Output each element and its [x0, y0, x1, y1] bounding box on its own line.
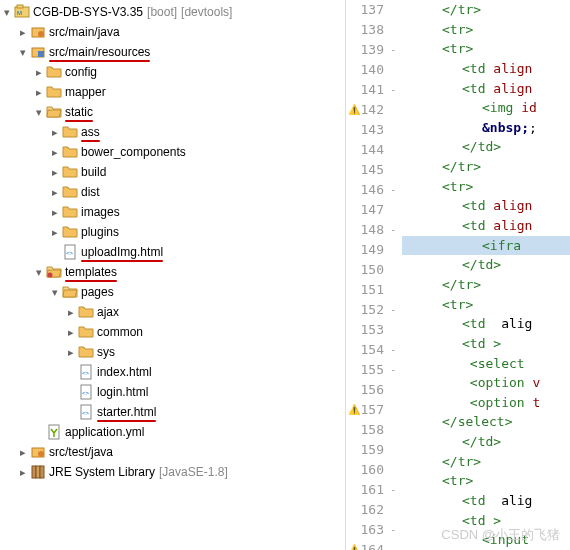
expand-arrow[interactable]: ▸: [16, 25, 30, 39]
code-line[interactable]: <tr>: [402, 295, 570, 315]
expand-arrow[interactable]: ▸: [48, 185, 62, 199]
code-line[interactable]: <option v: [402, 373, 570, 393]
tree-item-common[interactable]: ▸ common: [0, 322, 345, 342]
code-line[interactable]: </tr>: [402, 452, 570, 472]
gutter-line[interactable]: 143: [346, 120, 396, 140]
gutter-line[interactable]: 153: [346, 320, 396, 340]
gutter-line[interactable]: 162: [346, 500, 396, 520]
gutter-line[interactable]: 161-: [346, 480, 396, 500]
code-line[interactable]: <select: [402, 354, 570, 374]
code-area[interactable]: </tr><tr><tr><td align<td align<img id&n…: [402, 0, 570, 550]
gutter-line[interactable]: 158: [346, 420, 396, 440]
expand-arrow[interactable]: ▸: [48, 225, 62, 239]
tree-item-jre[interactable]: ▸ JRE System Library [JavaSE-1.8]: [0, 462, 345, 482]
tree-item-mapper[interactable]: ▸ mapper: [0, 82, 345, 102]
gutter-line[interactable]: ⚠️157: [346, 400, 396, 420]
code-line[interactable]: <img id: [402, 98, 570, 118]
fold-icon[interactable]: -: [387, 360, 396, 380]
project-explorer[interactable]: ▾ M CGB-DB-SYS-V3.35 [boot] [devtools] ▸…: [0, 0, 345, 550]
tree-item-pages[interactable]: ▾ pages: [0, 282, 345, 302]
code-line[interactable]: <td align: [402, 59, 570, 79]
code-editor[interactable]: 137138139-140141-⚠️142143144145146-14714…: [345, 0, 570, 550]
tree-item-src-main-java[interactable]: ▸ src/main/java: [0, 22, 345, 42]
expand-arrow[interactable]: ▸: [48, 125, 62, 139]
expand-arrow[interactable]: ▸: [48, 205, 62, 219]
code-line[interactable]: <tr>: [402, 471, 570, 491]
tree-item-index[interactable]: <> index.html: [0, 362, 345, 382]
expand-arrow[interactable]: ▸: [64, 305, 78, 319]
gutter-line[interactable]: 160: [346, 460, 396, 480]
gutter-line[interactable]: 150: [346, 260, 396, 280]
code-line[interactable]: <tr>: [402, 177, 570, 197]
gutter-line[interactable]: 137: [346, 0, 396, 20]
code-line[interactable]: <ifra: [402, 236, 570, 256]
expand-arrow[interactable]: ▸: [16, 465, 30, 479]
tree-item-static[interactable]: ▾ static: [0, 102, 345, 122]
code-line[interactable]: <tr>: [402, 39, 570, 59]
gutter-line[interactable]: 159: [346, 440, 396, 460]
tree-item-uploadimg[interactable]: <> uploadImg.html: [0, 242, 345, 262]
fold-icon[interactable]: -: [387, 520, 396, 540]
fold-icon[interactable]: -: [387, 480, 396, 500]
code-line[interactable]: </tr>: [402, 157, 570, 177]
gutter-line[interactable]: 146-: [346, 180, 396, 200]
code-line[interactable]: </tr>: [402, 0, 570, 20]
code-line[interactable]: </td>: [402, 255, 570, 275]
tree-item-images[interactable]: ▸ images: [0, 202, 345, 222]
tree-item-sys[interactable]: ▸ sys: [0, 342, 345, 362]
gutter-line[interactable]: 147: [346, 200, 396, 220]
expand-arrow[interactable]: ▸: [16, 445, 30, 459]
code-line[interactable]: <td align: [402, 216, 570, 236]
expand-arrow[interactable]: ▾: [16, 45, 30, 59]
fold-icon[interactable]: -: [387, 340, 396, 360]
code-line[interactable]: <td >: [402, 334, 570, 354]
code-line[interactable]: </td>: [402, 432, 570, 452]
code-line[interactable]: <option t: [402, 393, 570, 413]
tree-item-build[interactable]: ▸ build: [0, 162, 345, 182]
code-line[interactable]: </select>: [402, 412, 570, 432]
tree-item-appyml[interactable]: application.yml: [0, 422, 345, 442]
fold-icon[interactable]: -: [387, 40, 396, 60]
gutter-line[interactable]: ⚠️142: [346, 100, 396, 120]
tree-item-src-test-java[interactable]: ▸ src/test/java: [0, 442, 345, 462]
tree-item-bower[interactable]: ▸ bower_components: [0, 142, 345, 162]
gutter-line[interactable]: 152-: [346, 300, 396, 320]
gutter-line[interactable]: 156: [346, 380, 396, 400]
expand-arrow[interactable]: ▾: [0, 5, 14, 19]
code-line[interactable]: <td align: [402, 196, 570, 216]
tree-item-templates[interactable]: ▾ templates: [0, 262, 345, 282]
gutter-line[interactable]: 141-: [346, 80, 396, 100]
code-line[interactable]: <input: [402, 530, 570, 550]
code-line[interactable]: &nbsp;;: [402, 118, 570, 138]
gutter-line[interactable]: 163-: [346, 520, 396, 540]
gutter-line[interactable]: 154-: [346, 340, 396, 360]
expand-arrow[interactable]: ▾: [32, 265, 46, 279]
tree-item-login[interactable]: <> login.html: [0, 382, 345, 402]
tree-item-ajax[interactable]: ▸ ajax: [0, 302, 345, 322]
gutter-line[interactable]: 140: [346, 60, 396, 80]
tree-item-src-main-resources[interactable]: ▾ src/main/resources: [0, 42, 345, 62]
expand-arrow[interactable]: ▸: [48, 165, 62, 179]
gutter-line[interactable]: 145: [346, 160, 396, 180]
fold-icon[interactable]: -: [387, 300, 396, 320]
fold-icon[interactable]: -: [387, 180, 396, 200]
expand-arrow[interactable]: ▾: [48, 285, 62, 299]
project-root[interactable]: ▾ M CGB-DB-SYS-V3.35 [boot] [devtools]: [0, 2, 345, 22]
gutter-line[interactable]: 144: [346, 140, 396, 160]
fold-icon[interactable]: -: [387, 80, 396, 100]
expand-arrow[interactable]: ▸: [32, 85, 46, 99]
gutter-line[interactable]: 155-: [346, 360, 396, 380]
gutter-line[interactable]: 148-: [346, 220, 396, 240]
code-line[interactable]: </td>: [402, 137, 570, 157]
code-line[interactable]: <td align: [402, 79, 570, 99]
code-line[interactable]: </tr>: [402, 275, 570, 295]
line-gutter[interactable]: 137138139-140141-⚠️142143144145146-14714…: [346, 0, 402, 550]
tree-item-plugins[interactable]: ▸ plugins: [0, 222, 345, 242]
gutter-line[interactable]: 138: [346, 20, 396, 40]
expand-arrow[interactable]: ▸: [64, 325, 78, 339]
gutter-line[interactable]: 139-: [346, 40, 396, 60]
code-line[interactable]: <tr>: [402, 20, 570, 40]
gutter-line[interactable]: 149: [346, 240, 396, 260]
tree-item-dist[interactable]: ▸ dist: [0, 182, 345, 202]
code-line[interactable]: <td >: [402, 511, 570, 531]
